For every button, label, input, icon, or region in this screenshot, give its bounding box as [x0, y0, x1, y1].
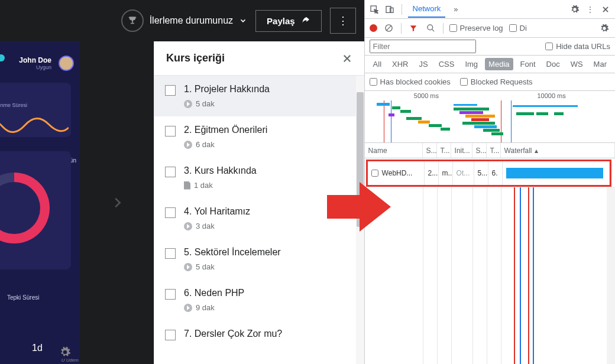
close-devtools-icon[interactable]: [600, 4, 611, 15]
cell-name[interactable]: WebHD...: [368, 161, 425, 185]
record-icon[interactable]: [370, 24, 377, 32]
col-status[interactable]: S...: [423, 143, 437, 158]
network-filter-row: Hide data URLs: [365, 38, 615, 56]
filter-icon[interactable]: [407, 22, 419, 34]
lecture-checkbox[interactable]: [165, 126, 176, 136]
col-size[interactable]: S...: [472, 143, 487, 158]
user-status: Uygun: [36, 64, 51, 70]
file-icon: [184, 181, 190, 190]
checkbox-icon[interactable]: [370, 78, 377, 86]
type-filter-ws[interactable]: WS: [567, 58, 587, 70]
share-button[interactable]: Paylaş: [255, 10, 322, 32]
has-blocked-label: Has blocked cookies: [380, 77, 451, 86]
progress-button[interactable]: İlerleme durumunuz: [121, 9, 247, 32]
network-row-highlighted[interactable]: WebHD... 2... m... Ot... 5... 6.: [366, 160, 611, 187]
preserve-log-checkbox[interactable]: Preserve log: [449, 24, 503, 32]
scrollbar-track[interactable]: [607, 187, 615, 364]
network-overview[interactable]: 5000 ms 10000 ms: [365, 91, 615, 143]
play-circle-icon: [184, 141, 192, 149]
preview-user: John Doe Uygun: [19, 56, 74, 71]
type-filter-js[interactable]: JS: [416, 58, 432, 70]
more-vertical-icon: ⋮: [338, 14, 348, 27]
more-vertical-icon[interactable]: ⋮: [584, 4, 596, 15]
svg-point-11: [428, 25, 433, 30]
lecture-checkbox[interactable]: [165, 85, 176, 96]
type-filter-css[interactable]: CSS: [435, 58, 458, 70]
user-name: John Doe: [19, 56, 51, 64]
sort-up-icon: ▴: [535, 147, 538, 155]
network-settings-icon[interactable]: [598, 22, 610, 34]
type-filter-img[interactable]: Img: [461, 58, 481, 70]
play-circle-icon: [184, 100, 192, 108]
lecture-title: 4. Yol Haritamız: [184, 206, 354, 217]
curriculum-item[interactable]: 4. Yol Haritamız3 dak: [154, 198, 364, 239]
tab-more[interactable]: »: [449, 1, 462, 17]
inspect-icon[interactable]: [368, 4, 380, 15]
curriculum-title: Kurs içeriği: [166, 52, 225, 64]
curriculum-item[interactable]: 2. Eğitmen Önerileri6 dak: [154, 116, 364, 157]
curriculum-item[interactable]: 3. Kurs Hakkında1 dak: [154, 157, 364, 198]
type-filter-media[interactable]: Media: [485, 58, 513, 70]
col-type[interactable]: T...: [437, 143, 451, 158]
stat-label: alık İzlenme Süresi: [0, 102, 65, 108]
clear-icon[interactable]: [383, 22, 395, 34]
curriculum-panel: Kurs içeriği 1. Projeler Hakkında5 dak2.…: [154, 41, 364, 364]
lecture-title: 6. Neden PHP: [184, 288, 354, 298]
hide-data-urls-checkbox[interactable]: Hide data URLs: [545, 42, 610, 51]
network-table-header[interactable]: Name S... T... Init... S... T... Waterfa…: [365, 143, 615, 158]
video-preview[interactable]: John Doe Uygun 9 alık İzlenme Süresi Son…: [0, 41, 80, 364]
play-circle-icon: [184, 263, 192, 271]
col-waterfall[interactable]: Waterfall ▴: [501, 143, 615, 158]
filter-input[interactable]: [370, 40, 476, 53]
curriculum-item[interactable]: 7. Dersler Çok Zor mu?: [154, 320, 364, 349]
checkbox-icon[interactable]: [449, 24, 457, 32]
type-filter-xhr[interactable]: XHR: [389, 58, 412, 70]
network-toolbar: Preserve log Di: [365, 19, 615, 38]
col-time[interactable]: T...: [487, 143, 501, 158]
scrollbar-track[interactable]: [356, 76, 364, 364]
tick-label: 5000 ms: [414, 92, 439, 100]
device-toggle-icon[interactable]: [384, 4, 396, 15]
curriculum-item[interactable]: 1. Projeler Hakkında5 dak: [154, 76, 364, 116]
row-checkbox[interactable]: [371, 170, 378, 177]
tab-network[interactable]: Network: [408, 1, 446, 18]
type-filter-mar[interactable]: Mar: [590, 58, 610, 70]
type-filter-all[interactable]: All: [370, 58, 385, 70]
checkbox-icon[interactable]: [460, 78, 468, 86]
trophy-icon: [121, 9, 144, 32]
type-filter-font[interactable]: Font: [517, 58, 539, 70]
lecture-checkbox[interactable]: [165, 330, 176, 340]
lecture-meta: 9 dak: [184, 303, 354, 312]
lecture-checkbox[interactable]: [165, 167, 176, 177]
more-button[interactable]: ⋮: [330, 8, 356, 34]
cell-time: 6.: [488, 161, 503, 185]
curriculum-item[interactable]: 6. Neden PHP9 dak: [154, 280, 364, 320]
video-controls[interactable]: [59, 346, 80, 358]
type-filter-doc[interactable]: Doc: [543, 58, 564, 70]
checkbox-icon[interactable]: [545, 43, 553, 50]
col-initiator[interactable]: Init...: [451, 143, 472, 158]
settings-icon[interactable]: [59, 346, 71, 358]
network-table-body[interactable]: [365, 187, 615, 364]
lecture-meta: 3 dak: [184, 222, 354, 230]
checkbox-icon[interactable]: [509, 24, 517, 32]
curriculum-list[interactable]: 1. Projeler Hakkında5 dak2. Eğitmen Öner…: [154, 76, 364, 364]
curriculum-item[interactable]: 5. Sektörel İncelemeler5 dak: [154, 239, 364, 280]
lecture-checkbox[interactable]: [165, 289, 176, 300]
col-name[interactable]: Name: [365, 143, 423, 158]
close-curriculum-button[interactable]: [342, 53, 352, 64]
blocked-requests-checkbox[interactable]: Blocked Requests: [460, 77, 533, 86]
search-icon[interactable]: [425, 22, 437, 34]
lecture-checkbox[interactable]: [165, 207, 176, 218]
next-video-button[interactable]: [80, 41, 154, 364]
devtools-panel: Network » ⋮: [364, 0, 615, 364]
cell-initiator: Ot...: [453, 161, 474, 185]
scrollbar-thumb[interactable]: [357, 92, 364, 227]
tepki-label: Tepki Süresi: [7, 294, 39, 301]
tick-label: 10000 ms: [537, 92, 565, 100]
disable-cache-checkbox[interactable]: Di: [509, 24, 527, 32]
settings-icon[interactable]: [569, 4, 581, 15]
lecture-meta: 5 dak: [184, 262, 354, 271]
has-blocked-cookies-checkbox[interactable]: Has blocked cookies: [370, 77, 451, 86]
lecture-checkbox[interactable]: [165, 248, 176, 259]
